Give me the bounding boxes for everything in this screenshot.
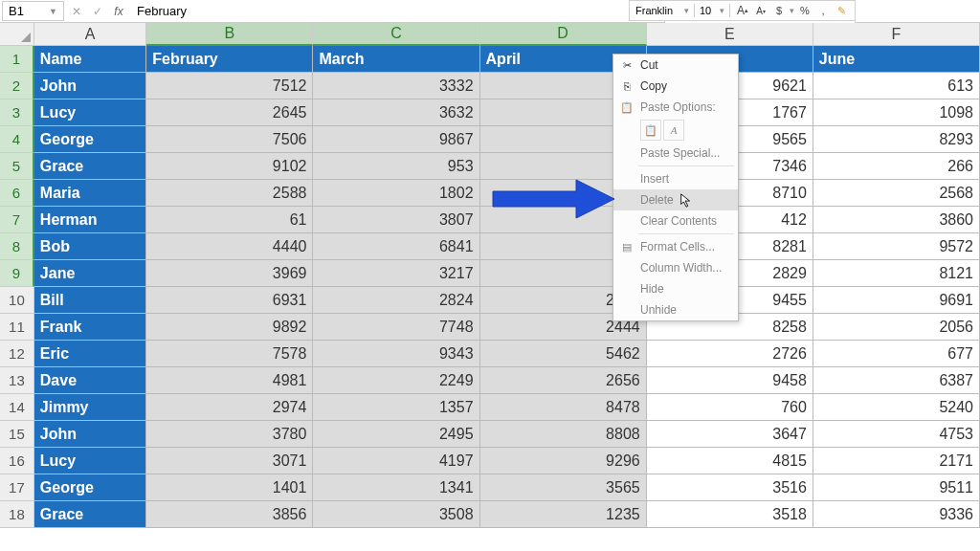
row-header-1[interactable]: 1 <box>0 46 34 73</box>
row-header-9[interactable]: 9 <box>0 260 34 287</box>
data-cell[interactable]: 266 <box>813 153 980 180</box>
data-cell[interactable]: 8121 <box>813 260 980 287</box>
data-cell[interactable]: 2495 <box>313 421 479 448</box>
data-cell[interactable]: 6931 <box>146 287 313 314</box>
data-cell[interactable]: 4981 <box>146 367 313 394</box>
context-menu-cut[interactable]: ✂ Cut <box>613 55 738 76</box>
data-cell[interactable]: 3969 <box>146 260 313 287</box>
data-cell[interactable]: 2726 <box>647 341 813 367</box>
row-header-15[interactable]: 15 <box>0 421 34 448</box>
data-cell[interactable]: 9296 <box>480 448 647 474</box>
comma-icon[interactable]: , <box>815 3 831 18</box>
header-cell[interactable]: June <box>813 46 980 73</box>
data-cell[interactable]: 3856 <box>146 501 313 528</box>
context-menu-hide[interactable]: Hide <box>613 278 738 299</box>
data-cell[interactable]: 8808 <box>480 421 647 448</box>
data-cell[interactable]: 5462 <box>480 341 647 367</box>
data-cell[interactable]: 8478 <box>480 394 647 421</box>
col-header-e[interactable]: E <box>647 23 813 46</box>
data-cell[interactable]: 613 <box>813 73 980 99</box>
row-header-12[interactable]: 12 <box>0 341 34 367</box>
row-header-14[interactable]: 14 <box>0 394 34 421</box>
data-cell[interactable]: 9511 <box>813 474 980 501</box>
header-cell[interactable]: Name <box>34 46 146 73</box>
row-header-18[interactable]: 18 <box>0 501 34 528</box>
data-cell[interactable]: 9572 <box>813 233 980 260</box>
name-cell[interactable]: Bob <box>34 233 146 260</box>
data-cell[interactable]: 3780 <box>146 421 313 448</box>
row-header-11[interactable]: 11 <box>0 314 34 341</box>
data-cell[interactable]: 4753 <box>813 421 980 448</box>
data-cell[interactable]: 9691 <box>813 287 980 314</box>
name-cell[interactable]: Lucy <box>34 99 146 126</box>
data-cell[interactable]: 2974 <box>146 394 313 421</box>
select-all-corner[interactable] <box>0 23 34 46</box>
enter-formula-icon[interactable]: ✓ <box>87 2 108 21</box>
name-cell[interactable]: Eric <box>34 341 146 367</box>
data-cell[interactable]: 9343 <box>313 341 479 367</box>
context-menu-clear-contents[interactable]: Clear Contents <box>613 210 738 231</box>
data-cell[interactable]: 6387 <box>813 367 980 394</box>
format-painter-icon[interactable]: ✎ <box>834 3 849 18</box>
data-cell[interactable]: 9892 <box>146 314 313 341</box>
name-cell[interactable]: George <box>34 474 146 501</box>
data-cell[interactable]: 9458 <box>647 367 813 394</box>
context-menu-delete[interactable]: Delete <box>613 189 738 210</box>
data-cell[interactable]: 4440 <box>146 233 313 260</box>
data-cell[interactable]: 1802 <box>313 180 479 207</box>
data-cell[interactable]: 7506 <box>146 126 313 153</box>
data-cell[interactable]: 3647 <box>647 421 813 448</box>
header-cell[interactable]: March <box>313 46 479 73</box>
data-cell[interactable]: 3332 <box>313 73 479 99</box>
data-cell[interactable]: 1341 <box>313 474 479 501</box>
row-header-2[interactable]: 2 <box>0 73 34 99</box>
paste-values-icon[interactable]: A <box>663 120 684 141</box>
data-cell[interactable]: 3565 <box>480 474 647 501</box>
font-size-select[interactable]: 10 <box>700 5 717 16</box>
data-cell[interactable]: 2568 <box>813 180 980 207</box>
data-cell[interactable]: 4815 <box>647 448 813 474</box>
name-cell[interactable]: Dave <box>34 367 146 394</box>
name-cell[interactable]: George <box>34 126 146 153</box>
name-cell[interactable]: John <box>34 421 146 448</box>
header-cell[interactable]: February <box>146 46 313 73</box>
row-header-3[interactable]: 3 <box>0 99 34 126</box>
data-cell[interactable]: 8293 <box>813 126 980 153</box>
data-cell[interactable]: 1235 <box>480 501 647 528</box>
row-header-10[interactable]: 10 <box>0 287 34 314</box>
data-cell[interactable]: 1098 <box>813 99 980 126</box>
cancel-formula-icon[interactable]: ✕ <box>66 2 87 21</box>
data-cell[interactable]: 6841 <box>313 233 479 260</box>
data-cell[interactable]: 7578 <box>146 341 313 367</box>
data-cell[interactable]: 2056 <box>813 314 980 341</box>
name-cell[interactable]: John <box>34 73 146 99</box>
row-header-7[interactable]: 7 <box>0 207 34 233</box>
data-cell[interactable]: 1401 <box>146 474 313 501</box>
name-box[interactable]: B1▼ <box>2 1 64 21</box>
context-menu-column-width[interactable]: Column Width... <box>613 257 738 278</box>
col-header-f[interactable]: F <box>813 23 980 46</box>
context-menu-insert[interactable]: Insert <box>613 168 738 189</box>
data-cell[interactable]: 7748 <box>313 314 479 341</box>
data-cell[interactable]: 9336 <box>813 501 980 528</box>
data-cell[interactable]: 677 <box>813 341 980 367</box>
data-cell[interactable]: 9867 <box>313 126 479 153</box>
col-header-a[interactable]: A <box>34 23 146 46</box>
paste-default-icon[interactable]: 📋 <box>640 120 661 141</box>
name-cell[interactable]: Jane <box>34 260 146 287</box>
font-name-select[interactable]: Franklin <box>635 5 681 16</box>
col-header-c[interactable]: C <box>313 23 479 46</box>
data-cell[interactable]: 3807 <box>313 207 479 233</box>
decrease-font-icon[interactable]: A▾ <box>753 3 768 18</box>
col-header-b[interactable]: B <box>146 23 313 46</box>
data-cell[interactable]: 2824 <box>313 287 479 314</box>
percent-icon[interactable]: % <box>797 3 813 18</box>
name-cell[interactable]: Grace <box>34 153 146 180</box>
name-cell[interactable]: Maria <box>34 180 146 207</box>
data-cell[interactable]: 3516 <box>647 474 813 501</box>
data-cell[interactable]: 760 <box>647 394 813 421</box>
data-cell[interactable]: 4197 <box>313 448 479 474</box>
data-cell[interactable]: 2645 <box>146 99 313 126</box>
row-header-6[interactable]: 6 <box>0 180 34 207</box>
data-cell[interactable]: 2249 <box>313 367 479 394</box>
